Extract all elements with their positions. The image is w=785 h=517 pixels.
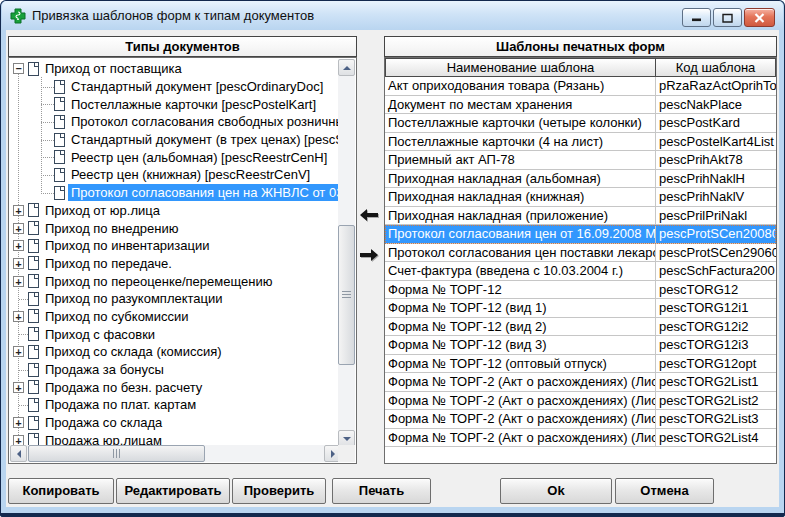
print-button[interactable]: Печать: [332, 478, 431, 504]
scroll-up-button[interactable]: [338, 59, 355, 76]
template-code-cell: pescPrihNaklV: [656, 188, 776, 206]
document-icon: [28, 256, 39, 270]
tree-item[interactable]: Продажа по плат. картам: [10, 396, 339, 414]
table-row[interactable]: Форма № ТОРГ-12 (оптовый отпуск) pescTOR…: [385, 355, 776, 374]
table-row[interactable]: Приходная накладная (книжная) pescPrihNa…: [385, 188, 776, 207]
tree-item-label: Приход от юр.лица: [42, 202, 339, 219]
tree-item[interactable]: Продажа за бонусы: [10, 361, 339, 379]
titlebar[interactable]: Привязка шаблонов форм к типам документо…: [2, 1, 783, 30]
window-controls: [682, 8, 775, 27]
close-button[interactable]: [744, 8, 775, 27]
template-name-cell: Счет-фактура (введена с 10.03.2004 г.): [385, 262, 656, 280]
tree-expander[interactable]: +: [13, 417, 24, 428]
table-row[interactable]: Приходная накладная (приложение) pescPri…: [385, 207, 776, 226]
tree-item[interactable]: Стандартный документ (в трех ценах) [pes…: [10, 131, 339, 149]
horizontal-scroll-thumb[interactable]: [28, 445, 205, 462]
tree-expander[interactable]: +: [13, 382, 24, 393]
template-name-cell: Форма № ТОРГ-2 (Акт о расхождениях) (Лис: [385, 392, 656, 410]
template-code-cell: pescTORG2List3: [656, 410, 776, 428]
scroll-grip-icon: [113, 449, 121, 458]
tree-expander[interactable]: +: [13, 346, 24, 357]
template-code-cell: pescPrilPriNakl: [656, 207, 776, 225]
app-icon pharmacy-cross-icon: [10, 8, 26, 24]
tree-expander[interactable]: +: [13, 311, 24, 322]
tree-item[interactable]: Протокол согласования свободных розничны: [10, 113, 339, 131]
tree-item[interactable]: Реестр цен (альбомная) [pescReestrCenH]: [10, 148, 339, 166]
scrollbar-corner: [338, 445, 355, 462]
copy-button[interactable]: Копировать: [8, 478, 114, 504]
tree-item[interactable]: Приход с фасовки: [10, 325, 339, 343]
tree-item[interactable]: Постеллажные карточки [pescPostelKart]: [10, 95, 339, 113]
tree-item[interactable]: + Приход по субкомиссии: [10, 308, 339, 326]
table-row[interactable]: Форма № ТОРГ-2 (Акт о расхождениях) (Лис…: [385, 373, 776, 392]
table-row[interactable]: Форма № ТОРГ-2 (Акт о расхождениях) (Лис…: [385, 392, 776, 411]
template-name-cell: Форма № ТОРГ-2 (Акт о расхождениях) (Лис: [385, 410, 656, 428]
table-row[interactable]: Форма № ТОРГ-2 (Акт о расхождениях) (Лис…: [385, 410, 776, 429]
template-code-cell: pescSchFactura200: [656, 262, 776, 280]
tree-item[interactable]: + Приход по переоценке/перемещению: [10, 272, 339, 290]
tree-item-label: Протокол согласования свободных розничны: [68, 113, 339, 130]
table-row[interactable]: Форма № ТОРГ-12 (вид 1) pescTORG12i1: [385, 299, 776, 318]
tree-item[interactable]: − Приход от поставщика: [10, 60, 339, 78]
template-name-cell: Протокол согласования цен от 16.09.2008 …: [385, 225, 656, 243]
table-row[interactable]: Форма № ТОРГ-12 (вид 3) pescTORG12i3: [385, 336, 776, 355]
template-code-cell: pescTORG12i3: [656, 336, 776, 354]
table-header-row: Наименование шаблона Код шаблона: [385, 58, 776, 77]
tree-expander[interactable]: +: [13, 240, 24, 251]
template-name-cell: Приемный акт АП-78: [385, 151, 656, 169]
table-row[interactable]: Форма № ТОРГ-2 (Акт о расхождениях) (Лис…: [385, 429, 776, 448]
tree-horizontal-scrollbar[interactable]: [10, 445, 341, 462]
right-panel-header: Шаблоны печатных форм: [384, 36, 777, 57]
table-row[interactable]: Счет-фактура (введена с 10.03.2004 г.) p…: [385, 262, 776, 281]
template-name-cell: Постеллажные карточки (четыре колонки): [385, 114, 656, 132]
document-icon: [28, 416, 39, 430]
tree-item[interactable]: + Приход по инвентаризации: [10, 237, 339, 255]
tree-item[interactable]: Приход по разукомплектации: [10, 290, 339, 308]
column-header-template-code[interactable]: Код шаблона: [656, 58, 776, 77]
move-left-arrow-button[interactable]: [359, 208, 383, 224]
maximize-button[interactable]: [713, 8, 742, 27]
edit-button[interactable]: Редактировать: [116, 478, 230, 504]
ok-button[interactable]: Ok: [500, 478, 612, 504]
tree-item[interactable]: + Продажа юр.лицам: [10, 431, 339, 446]
table-row[interactable]: Протокол согласования цен от 16.09.2008 …: [385, 225, 776, 244]
move-right-arrow-button[interactable]: [359, 248, 383, 264]
table-row[interactable]: Постеллажные карточки (четыре колонки) p…: [385, 114, 776, 133]
tree-expander[interactable]: +: [13, 258, 24, 269]
table-row[interactable]: Форма № ТОРГ-12 pescTORG12: [385, 281, 776, 300]
cancel-button[interactable]: Отмена: [615, 478, 714, 504]
check-button[interactable]: Проверить: [232, 478, 326, 504]
table-row[interactable]: Приемный акт АП-78 pescPrihAkt78: [385, 151, 776, 170]
tree-item[interactable]: + Приход со склада (комиссия): [10, 343, 339, 361]
tree-item[interactable]: + Продажа со склада: [10, 414, 339, 432]
tree-item-label: Приход по внедрению: [42, 220, 339, 237]
tree-item[interactable]: Реестр цен (книжная) [pescReestrCenV]: [10, 166, 339, 184]
table-row[interactable]: Акт оприходования товара (Рязань) pRzaRa…: [385, 77, 776, 96]
table-row[interactable]: Приходная накладная (альбомная) pescPrih…: [385, 170, 776, 189]
scroll-left-button[interactable]: [10, 445, 27, 462]
tree-item[interactable]: + Приход по внедрению: [10, 219, 339, 237]
table-row[interactable]: Форма № ТОРГ-12 (вид 2) pescTORG12i2: [385, 318, 776, 337]
tree-item[interactable]: + Продажа по безн. расчету: [10, 378, 339, 396]
tree-item[interactable]: + Приход от юр.лица: [10, 202, 339, 220]
tree-item[interactable]: + Приход по передаче.: [10, 255, 339, 273]
document-icon: [28, 239, 39, 253]
tree-expander[interactable]: +: [13, 205, 24, 216]
minimize-button[interactable]: [682, 8, 711, 27]
tree-item[interactable]: Протокол согласования цен на ЖНВЛС от 03…: [10, 184, 339, 202]
tree-expander[interactable]: +: [13, 276, 24, 287]
tree-item-label: Приход со склада (комиссия): [42, 343, 339, 360]
template-code-cell: pescProtSCen29060: [656, 244, 776, 262]
vertical-scroll-thumb[interactable]: [338, 225, 355, 365]
tree-expander[interactable]: +: [13, 223, 24, 234]
table-row[interactable]: Протокол согласования цен поставки лекар…: [385, 244, 776, 263]
tree-expander[interactable]: −: [13, 63, 24, 74]
table-row[interactable]: Документ по местам хранения pescNakPlace: [385, 96, 776, 115]
tree-item-label: Приход по передаче.: [42, 255, 339, 272]
tree-item-label: Приход с фасовки: [42, 326, 339, 343]
tree-vertical-scrollbar[interactable]: [338, 59, 355, 447]
template-name-cell: Приходная накладная (книжная): [385, 188, 656, 206]
table-row[interactable]: Постеллажные карточки (4 на лист) pescPo…: [385, 133, 776, 152]
column-header-template-name[interactable]: Наименование шаблона: [385, 58, 656, 77]
tree-item[interactable]: Стандартный документ [pescOrdinaryDoc]: [10, 78, 339, 96]
